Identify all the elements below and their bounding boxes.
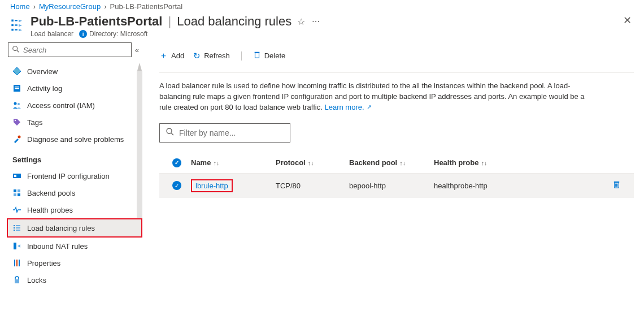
cell-health-probe: healthprobe-http — [434, 182, 602, 190]
page-title: Pub-LB-PatientsPortal — [31, 14, 162, 29]
lock-icon — [12, 275, 21, 284]
toolbar-separator — [241, 51, 242, 61]
breadcrumb-current: Pub-LB-PatientsPortal — [110, 2, 182, 11]
table-header: ✓ Name↑↓ Protocol↑↓ Backend pool↑↓ Healt… — [159, 153, 634, 174]
sidebar-item-activity-log[interactable]: Activity log — [8, 80, 142, 97]
learn-more-link[interactable]: Learn more. ↗ — [324, 102, 371, 113]
svg-rect-1 — [11, 24, 14, 27]
svg-rect-14 — [14, 175, 16, 177]
svg-rect-15 — [14, 189, 16, 192]
trash-icon — [253, 51, 261, 61]
rules-table: ✓ Name↑↓ Protocol↑↓ Backend pool↑↓ Healt… — [159, 153, 634, 198]
sidebar-item-backend-pools[interactable]: Backend pools — [8, 184, 142, 201]
column-header-protocol[interactable]: Protocol↑↓ — [276, 158, 349, 167]
svg-rect-22 — [16, 225, 20, 226]
sort-icon: ↑↓ — [399, 159, 406, 166]
svg-rect-28 — [19, 260, 20, 266]
filter-box[interactable] — [159, 123, 290, 143]
svg-rect-21 — [14, 230, 15, 231]
backend-pool-icon — [12, 188, 21, 197]
sidebar-search-input[interactable] — [23, 46, 128, 54]
refresh-button[interactable]: ↻Refresh — [193, 51, 230, 61]
load-balancer-icon — [10, 18, 26, 33]
close-icon[interactable]: ✕ — [623, 14, 634, 27]
favorite-star-icon[interactable]: ☆ — [297, 16, 305, 27]
delete-row-icon[interactable] — [612, 180, 621, 191]
search-icon — [166, 127, 175, 138]
more-menu-icon[interactable]: ⋯ — [312, 17, 320, 26]
cell-protocol: TCP/80 — [276, 182, 349, 190]
svg-point-9 — [14, 102, 17, 105]
svg-marker-5 — [13, 67, 21, 75]
filter-input[interactable] — [179, 128, 284, 137]
sidebar-item-overview[interactable]: Overview — [8, 63, 142, 80]
info-icon: i — [79, 30, 87, 38]
wrench-icon — [12, 135, 21, 144]
svg-line-4 — [17, 50, 19, 52]
rule-name-link[interactable]: lbrule-http — [195, 182, 228, 190]
frontend-ip-icon — [12, 171, 21, 180]
divider — [159, 72, 634, 73]
svg-rect-30 — [255, 53, 259, 58]
svg-rect-16 — [18, 189, 20, 192]
svg-rect-25 — [14, 243, 16, 249]
sidebar: « Overview Activity log Access control (… — [0, 42, 142, 312]
sidebar-item-inbound-nat[interactable]: Inbound NAT rules — [8, 238, 142, 254]
plus-icon: ＋ — [159, 50, 168, 61]
sidebar-item-health-probes[interactable]: Health probes — [8, 201, 142, 218]
main-content: ＋Add ↻Refresh Delete A load balancer rul… — [142, 42, 644, 312]
column-header-backend-pool[interactable]: Backend pool↑↓ — [349, 158, 434, 167]
table-row[interactable]: ✓ lbrule-http TCP/80 bepool-http healthp… — [159, 174, 634, 198]
add-button[interactable]: ＋Add — [159, 50, 184, 61]
svg-rect-7 — [15, 87, 19, 88]
svg-rect-17 — [14, 193, 16, 196]
search-icon — [12, 45, 20, 55]
svg-line-33 — [171, 133, 173, 135]
cell-backend-pool: bepool-http — [349, 182, 434, 190]
sidebar-item-frontend-ip[interactable]: Frontend IP configuration — [8, 167, 142, 184]
chevron-right-icon: › — [104, 2, 106, 11]
svg-point-32 — [167, 128, 172, 133]
svg-point-10 — [18, 103, 20, 105]
sidebar-item-locks[interactable]: Locks — [8, 271, 142, 288]
select-all-checkbox[interactable]: ✓ — [172, 158, 181, 167]
svg-rect-18 — [18, 193, 20, 196]
svg-point-3 — [13, 46, 18, 50]
svg-rect-0 — [11, 20, 14, 22]
sidebar-item-properties[interactable]: Properties — [8, 254, 142, 271]
directory-label: Directory: Microsoft — [89, 30, 147, 38]
svg-rect-2 — [11, 29, 14, 31]
description: A load balancer rule is used to define h… — [159, 81, 589, 113]
sidebar-item-diagnose[interactable]: Diagnose and solve problems — [8, 131, 142, 148]
svg-rect-29 — [15, 279, 19, 283]
breadcrumb-home[interactable]: Home — [10, 2, 30, 11]
sort-icon: ↑↓ — [481, 159, 487, 166]
heartbeat-icon — [12, 205, 21, 214]
column-header-name[interactable]: Name↑↓ — [191, 158, 276, 167]
collapse-sidebar-icon[interactable]: « — [135, 46, 139, 54]
svg-rect-27 — [16, 260, 18, 266]
toolbar: ＋Add ↻Refresh Delete — [159, 42, 634, 69]
breadcrumb-resource-group[interactable]: MyResourceGroup — [39, 2, 101, 11]
chevron-right-icon: › — [33, 2, 36, 11]
sort-icon: ↑↓ — [213, 159, 219, 166]
row-checkbox[interactable]: ✓ — [172, 181, 181, 190]
properties-icon — [12, 258, 21, 267]
sidebar-search[interactable] — [8, 42, 132, 57]
svg-rect-26 — [14, 260, 15, 266]
sidebar-item-iam[interactable]: Access control (IAM) — [8, 97, 142, 114]
sidebar-item-load-balancing-rules[interactable]: Load balancing rules — [7, 218, 142, 238]
svg-rect-38 — [613, 182, 619, 183]
svg-rect-20 — [14, 227, 15, 228]
svg-point-11 — [15, 120, 16, 121]
column-header-health-probe[interactable]: Health probe↑↓ — [434, 158, 602, 167]
svg-rect-8 — [15, 88, 19, 89]
resource-type: Load balancer — [31, 30, 73, 38]
rules-icon — [12, 223, 21, 232]
sidebar-section-settings: Settings — [8, 148, 142, 167]
svg-rect-23 — [16, 227, 20, 228]
breadcrumb: Home › MyResourceGroup › Pub-LB-Patients… — [0, 0, 644, 14]
nat-icon — [12, 241, 21, 251]
sidebar-item-tags[interactable]: Tags — [8, 114, 142, 131]
delete-button[interactable]: Delete — [253, 51, 286, 61]
